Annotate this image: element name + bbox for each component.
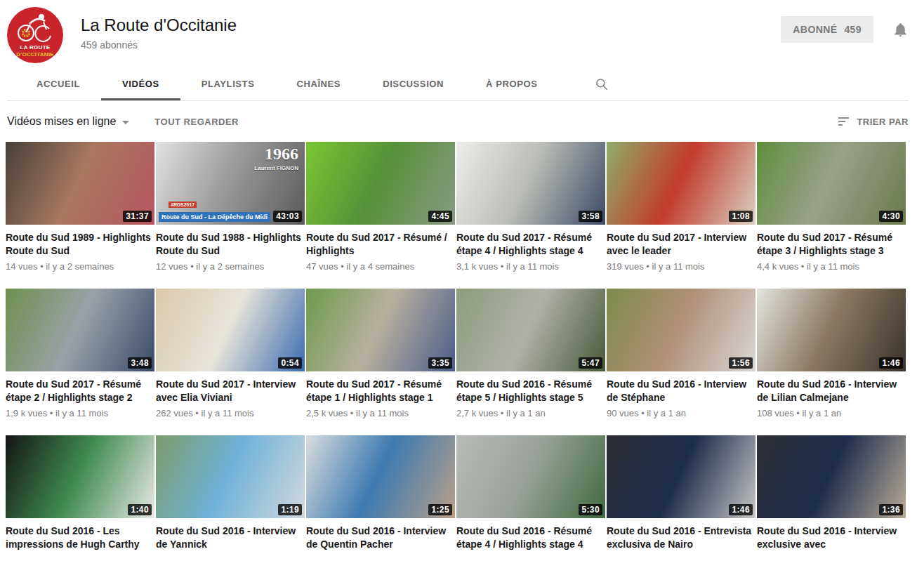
video-meta: 90 vues • il y a 1 an [607,408,755,418]
video-duration-badge: 1:46 [879,357,903,369]
video-thumbnail[interactable]: 0:54 [156,289,305,371]
tab-discussion[interactable]: DISCUSSION [362,68,465,100]
channel-avatar[interactable]: LA ROUTE D'OCCITANIE [7,7,63,63]
video-thumbnail[interactable]: 4:30 [757,142,906,225]
video-title[interactable]: Route du Sud 2017 - Résumé étape 1 / Hig… [306,378,455,404]
notification-bell-icon [892,22,909,38]
subscriber-count: 459 abonnés [81,39,237,51]
video-title[interactable]: Route du Sud 2016 - Entrevista exclusiva… [607,524,755,551]
video-title[interactable]: Route du Sud 2017 - Résumé étape 4 / Hig… [456,231,605,258]
video-card[interactable]: 1:46 Route du Sud 2016 - Interview de Li… [757,289,906,418]
uploads-dropdown[interactable]: Vidéos mises en ligne [7,115,129,128]
video-card[interactable]: 0:54 Route du Sud 2017 - Interview avec … [156,289,305,418]
video-card[interactable]: 3:48 Route du Sud 2017 - Résumé étape 2 … [6,289,154,418]
video-thumbnail[interactable]: 4:45 [306,142,455,225]
video-meta: 108 vues • il y a 1 an [757,408,906,418]
video-thumbnail[interactable]: 1:25 [306,435,455,518]
video-card[interactable]: 1966 Laurent FIGNON #RDS2017 Route du Su… [156,142,305,272]
video-title[interactable]: Route du Sud 2016 - Interview de Stéphan… [607,378,755,404]
video-duration-badge: 3:58 [579,211,602,222]
video-meta: 262 vues • il y a 11 mois [156,408,305,418]
video-thumbnail[interactable]: 1:19 [156,435,305,518]
sort-by-button[interactable]: TRIER PAR [838,117,909,127]
channel-header: LA ROUTE D'OCCITANIE La Route d'Occitani… [0,0,924,101]
video-duration-badge: 3:48 [128,357,152,369]
thumbnail-overlay-name: Laurent FIGNON [254,165,298,171]
video-card[interactable]: 1:08 Route du Sud 2017 - Interview avec … [607,142,755,272]
tab-a-propos[interactable]: À PROPOS [465,68,558,100]
video-grid: 31:37 Route du Sud 1989 - Highlights Rou… [6,142,924,555]
video-thumbnail[interactable]: 5:30 [456,435,605,518]
video-thumbnail[interactable]: 1:08 [607,142,755,225]
avatar-text-line2: D'OCCITANIE [7,51,63,58]
video-title[interactable]: Route du Sud 2016 - Les impressions de H… [6,524,154,551]
video-card[interactable]: 5:30 Route du Sud 2016 - Résumé étape 4 … [456,435,605,555]
video-thumbnail[interactable]: 1:46 [757,289,906,371]
video-thumbnail[interactable]: 3:35 [306,289,455,371]
video-title[interactable]: Route du Sud 2017 - Résumé étape 3 / Hig… [757,231,906,258]
video-duration-badge: 1:19 [278,504,302,515]
video-card[interactable]: 1:46 Route du Sud 2016 - Entrevista excl… [607,435,755,555]
video-card[interactable]: 1:25 Route du Sud 2016 - Interview de Qu… [306,435,455,555]
video-duration-badge: 4:45 [428,211,452,222]
channel-info: La Route d'Occitanie 459 abonnés [81,7,237,51]
video-meta: 1,9 k vues • il y a 11 mois [6,408,154,418]
play-all-button[interactable]: TOUT REGARDER [154,117,239,127]
channel-tabs: ACCUEILVIDÉOSPLAYLISTSCHAÎNESDISCUSSIONÀ… [7,68,909,101]
video-thumbnail[interactable]: 1:46 [607,435,755,518]
tab-chaines[interactable]: CHAÎNES [275,68,362,100]
video-card[interactable]: 1:19 Route du Sud 2016 - Interview de Ya… [156,435,305,555]
video-title[interactable]: Route du Sud 2016 - Résumé étape 4 / Hig… [456,524,605,551]
video-card[interactable]: 3:35 Route du Sud 2017 - Résumé étape 1 … [306,289,455,418]
video-card[interactable]: 1:40 Route du Sud 2016 - Les impressions… [6,435,154,555]
video-duration-badge: 1:25 [428,504,452,515]
search-icon [595,77,609,91]
chevron-down-icon [122,121,129,124]
video-title[interactable]: Route du Sud 2017 - Interview avec le le… [607,231,755,258]
video-duration-badge: 1:56 [729,357,753,369]
video-title[interactable]: Route du Sud 1988 - Highlights Route du … [156,231,305,258]
video-title[interactable]: Route du Sud 2017 - Résumé / Highlights [306,231,455,258]
video-title[interactable]: Route du Sud 2016 - Interview de Lilian … [757,378,906,404]
video-title[interactable]: Route du Sud 2016 - Interview de Quentin… [306,524,455,551]
video-title[interactable]: Route du Sud 2016 - Interview exclusive … [757,524,906,551]
video-thumbnail[interactable]: 1:56 [607,289,755,371]
video-title[interactable]: Route du Sud 2017 - Résumé étape 2 / Hig… [6,378,154,404]
video-thumbnail[interactable]: 3:58 [456,142,605,225]
video-duration-badge: 4:30 [879,211,903,222]
video-card[interactable]: 1:56 Route du Sud 2016 - Interview de St… [607,289,755,418]
video-thumbnail[interactable]: 1:40 [6,435,154,518]
tab-playlists[interactable]: PLAYLISTS [180,68,276,100]
tab-accueil[interactable]: ACCUEIL [15,68,101,100]
video-duration-badge: 31:37 [123,211,152,222]
video-card[interactable]: 4:30 Route du Sud 2017 - Résumé étape 3 … [757,142,906,272]
video-title[interactable]: Route du Sud 2017 - Interview avec Elia … [156,378,305,404]
header-actions: ABONNÉ 459 [781,7,909,43]
video-thumbnail[interactable]: 1966 Laurent FIGNON #RDS2017 Route du Su… [156,142,305,225]
video-duration-badge: 1:08 [729,211,753,222]
tab-videos[interactable]: VIDÉOS [101,68,180,100]
video-card[interactable]: 1:36 Route du Sud 2016 - Interview exclu… [757,435,906,555]
video-card[interactable]: 5:47 Route du Sud 2016 - Résumé étape 5 … [456,289,605,418]
video-duration-badge: 3:35 [428,357,452,369]
notification-bell-button[interactable] [892,22,909,38]
uploads-dropdown-label: Vidéos mises en ligne [7,115,116,128]
video-title[interactable]: Route du Sud 2016 - Interview de Yannick [156,524,305,551]
video-title[interactable]: Route du Sud 1989 - Highlights Route du … [6,231,154,258]
channel-name: La Route d'Occitanie [81,15,237,35]
video-thumbnail[interactable]: 3:48 [6,289,154,371]
video-meta: 14 vues • il y a 2 semaines [6,261,154,272]
video-thumbnail[interactable]: 1:36 [757,435,906,518]
video-duration-badge: 1:40 [128,504,152,515]
video-duration-badge: 1:36 [879,504,903,515]
video-thumbnail[interactable]: 5:47 [456,289,605,371]
video-card[interactable]: 31:37 Route du Sud 1989 - Highlights Rou… [6,142,154,272]
video-thumbnail[interactable]: 31:37 [6,142,154,225]
videos-filter-bar: Vidéos mises en ligne TOUT REGARDER TRIE… [0,101,924,128]
subscribed-button[interactable]: ABONNÉ 459 [781,16,873,43]
video-card[interactable]: 3:58 Route du Sud 2017 - Résumé étape 4 … [456,142,605,272]
video-card[interactable]: 4:45 Route du Sud 2017 - Résumé / Highli… [306,142,455,272]
video-title[interactable]: Route du Sud 2016 - Résumé étape 5 / Hig… [456,378,605,404]
channel-search-button[interactable] [589,68,614,100]
video-duration-badge: 43:03 [273,211,302,222]
